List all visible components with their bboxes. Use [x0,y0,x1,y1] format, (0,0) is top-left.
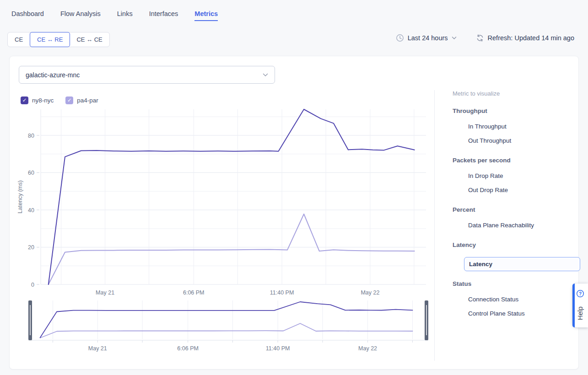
x-tick-label: May 21 [96,289,114,296]
metric-item-control-plane-status[interactable]: Control Plane Status [453,310,580,317]
nav-tab-metrics[interactable]: Metrics [194,10,218,21]
y-tick-label: 0 [31,282,34,288]
metric-group-heading: Latency [453,241,580,249]
top-nav: Dashboard Flow Analysis Links Interfaces… [11,10,218,21]
brush-x-tick-label: May 22 [358,345,377,352]
brush-x-tick-label: 6:06 PM [177,345,199,352]
x-tick-label: 11:40 PM [270,289,294,296]
help-button[interactable]: ? Help [572,284,588,327]
nav-tab-dashboard[interactable]: Dashboard [11,10,44,21]
question-circle-icon: ? [576,289,584,298]
metric-group-heading: Packets per second [453,157,580,164]
brush-series-line-ny8-nyc [40,302,413,338]
y-tick-label: 20 [28,244,34,251]
segment-ce-ce[interactable]: CE ↔ CE [70,32,109,47]
x-tick-label: May 22 [361,289,379,296]
metric-group-heading: Percent [453,206,580,214]
metric-item-connection-status[interactable]: Connection Status [453,296,580,303]
x-tick-label: 6:06 PM [183,289,205,296]
metric-group-heading: Throughput [453,107,580,115]
device-select-value: galactic-azure-mnc [26,71,80,79]
device-select[interactable]: galactic-azure-mnc [19,66,275,84]
metric-sidebar: Metric to visualize Throughput In Throug… [443,90,588,324]
brush-x-tick-label: May 21 [88,345,107,352]
refresh-status-label: Refresh: Updated 14 min ago [488,34,574,42]
help-label: Help [577,306,584,320]
nav-tab-links[interactable]: Links [117,10,133,21]
connection-type-segmented-control: CE CE ↔ RE CE ↔ CE [7,32,110,47]
sidebar-title: Metric to visualize [453,90,580,97]
refresh-button[interactable]: Refresh: Updated 14 min ago [476,34,574,42]
chevron-down-icon [263,73,268,77]
clock-icon [396,34,404,42]
metric-item-out-throughput[interactable]: Out Throughput [453,137,580,145]
segment-ce[interactable]: CE [8,32,30,47]
segment-ce-re[interactable]: CE ↔ RE [30,32,70,47]
nav-tab-interfaces[interactable]: Interfaces [149,10,178,21]
metric-item-latency-selected[interactable]: Latency [464,257,580,271]
y-tick-label: 40 [28,207,34,214]
latency-chart-svg[interactable]: 020406080May 216:06 PM11:40 PMMay 22Late… [10,102,434,358]
metrics-panel: galactic-azure-mnc ✓ ny8-nyc ✓ pa4-par 0… [9,56,579,370]
refresh-icon [476,34,484,42]
toolbar: Last 24 hours Refresh: Updated 14 min ag… [396,34,574,42]
metric-item-data-plane-reachability[interactable]: Data Plane Reachability [453,222,580,229]
y-tick-label: 60 [28,170,34,176]
y-axis-title: Latency (ms) [17,180,23,213]
brush-x-tick-label: 11:40 PM [266,345,290,352]
nav-tab-flow-analysis[interactable]: Flow Analysis [60,10,101,21]
metric-item-in-drop-rate[interactable]: In Drop Rate [453,172,580,180]
metric-group-heading: Status [453,280,580,288]
series-line-pa4-par [49,214,415,284]
metric-item-in-throughput[interactable]: In Throughput [453,123,580,130]
metric-item-out-drop-rate[interactable]: Out Drop Rate [453,187,580,194]
brush-series-line-pa4-par [40,323,413,338]
svg-text:?: ? [579,291,582,296]
time-range-selector[interactable]: Last 24 hours [396,34,457,42]
help-tab-accent-bar [572,284,575,327]
panel-divider [434,90,435,361]
time-range-label: Last 24 hours [408,34,448,42]
y-tick-label: 80 [28,133,34,139]
chevron-down-icon [452,36,457,40]
